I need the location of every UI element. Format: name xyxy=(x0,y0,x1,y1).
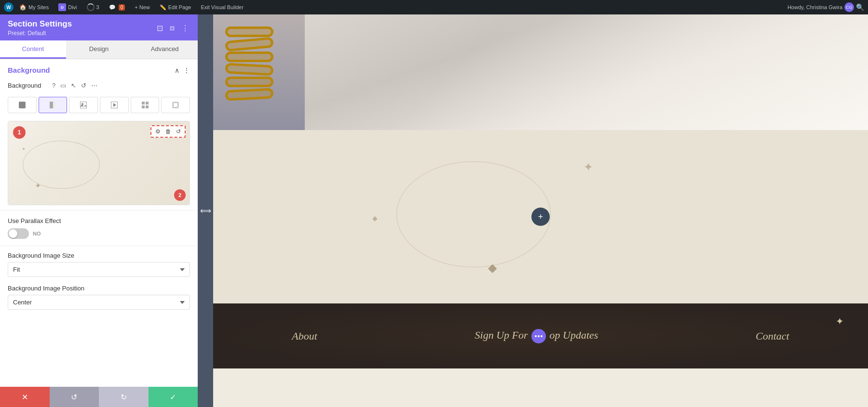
image-overlay-controls: ⚙ 🗑 ↺ xyxy=(150,125,186,138)
background-section-title: Background xyxy=(8,66,50,74)
footer-link-dots xyxy=(531,329,546,343)
spinner-item[interactable]: 3 xyxy=(83,0,103,14)
footer-signup-link[interactable]: Sign Up For op Updates xyxy=(475,329,598,343)
footer-contact-link[interactable]: Contact xyxy=(756,330,789,342)
page-section-mid: ✦ ◆ ◆ + xyxy=(213,130,868,303)
panel-title: Section Settings xyxy=(8,19,72,29)
img-size-select[interactable]: Fit Cover Actual Size Custom xyxy=(8,262,190,277)
divi-icon: D xyxy=(58,3,66,11)
tab-design[interactable]: Design xyxy=(66,40,132,59)
svg-rect-10 xyxy=(146,105,149,108)
avatar: CG xyxy=(844,2,854,12)
background-icons: ? ▭ ↖ ↺ ⋯ xyxy=(51,81,98,90)
main-layout: Section Settings Preset: Default ⊡ ⧈ ⋮ C… xyxy=(0,14,868,407)
preview-star: ✦ xyxy=(35,181,41,190)
bg-type-pattern[interactable] xyxy=(131,97,160,113)
svg-rect-0 xyxy=(19,102,26,108)
wordpress-icon[interactable]: W xyxy=(4,2,14,12)
page-content-area: ✦ ◆ ◆ + About Sign Up For op Updates Con… xyxy=(213,14,868,407)
my-sites-label: My Sites xyxy=(28,4,49,10)
mid-star: ✦ xyxy=(583,161,593,173)
bg-type-mask[interactable] xyxy=(161,97,190,113)
mid-diamond-2: ◆ xyxy=(488,261,497,275)
device-icon[interactable]: ▭ xyxy=(59,81,67,90)
tab-content[interactable]: Content xyxy=(0,40,66,59)
admin-bar: W 🏠 My Sites D Divi 3 💬 0 + New ✏️ Edit … xyxy=(0,0,868,14)
columns-icon[interactable]: ⧈ xyxy=(169,23,176,33)
collapse-button[interactable]: ∧ xyxy=(175,66,179,74)
footer-about-link[interactable]: About xyxy=(292,330,317,342)
preview-dot xyxy=(23,148,25,150)
background-section-header: Background ∧ ⋮ xyxy=(0,59,198,78)
parallax-label: Use Parallax Effect xyxy=(8,217,190,224)
resize-handle[interactable]: ⟺ xyxy=(198,14,213,407)
img-position-select[interactable]: Center Top Left Top Center Top Right Cen… xyxy=(8,295,190,310)
cancel-button[interactable]: ✕ xyxy=(0,387,50,407)
my-sites-menu[interactable]: 🏠 My Sites xyxy=(15,0,53,14)
new-button[interactable]: + New xyxy=(131,0,154,14)
badge-1: 1 xyxy=(13,126,26,139)
help-icon[interactable]: ? xyxy=(51,81,56,90)
howdy-text: Howdy, Christina Gwira xyxy=(787,4,842,10)
dot-1 xyxy=(535,335,537,337)
divider-1 xyxy=(0,210,198,210)
top-right-area xyxy=(305,14,868,130)
img-position-label: Background Image Position xyxy=(8,285,190,292)
more-bg-icon[interactable]: ⋯ xyxy=(90,81,98,90)
tab-advanced[interactable]: Advanced xyxy=(132,40,198,59)
footer-signup-text: Sign Up For xyxy=(475,329,528,341)
divider-2 xyxy=(0,246,198,246)
bg-type-buttons xyxy=(0,95,198,118)
save-button[interactable]: ✓ xyxy=(149,387,198,407)
chain-image-area xyxy=(213,14,305,130)
panel-preset: Preset: Default xyxy=(8,30,72,37)
new-label: + New xyxy=(135,4,150,10)
background-row: Background ? ▭ ↖ ↺ ⋯ xyxy=(0,78,198,95)
img-size-row: Background Image Size Fit Cover Actual S… xyxy=(0,248,198,281)
more-options-icon[interactable]: ⋮ xyxy=(180,23,190,34)
counter-label: 3 xyxy=(96,4,99,10)
settings-tabs: Content Design Advanced xyxy=(0,40,198,59)
delete-ctrl-icon[interactable]: 🗑 xyxy=(164,128,173,135)
parallax-toggle[interactable]: NO xyxy=(8,228,190,239)
svg-rect-7 xyxy=(142,102,145,105)
bg-type-image[interactable] xyxy=(69,97,98,113)
resize-icon: ⟺ xyxy=(200,206,211,215)
page-section-footer: About Sign Up For op Updates Contact ✦ xyxy=(213,303,868,368)
svg-rect-2 xyxy=(53,102,56,108)
search-icon[interactable]: 🔍 xyxy=(856,3,864,11)
edit-page-label: Edit Page xyxy=(168,4,191,10)
arrow-icon[interactable]: ↖ xyxy=(70,81,77,90)
redo-button[interactable]: ↻ xyxy=(99,387,149,407)
bg-type-color[interactable] xyxy=(8,97,37,113)
reset-button[interactable]: ↺ xyxy=(50,387,99,407)
svg-rect-8 xyxy=(146,102,149,105)
section-settings-panel: Section Settings Preset: Default ⊡ ⧈ ⋮ C… xyxy=(0,14,198,407)
svg-rect-9 xyxy=(142,105,145,108)
comment-icon: 💬 xyxy=(109,4,116,11)
edit-page-button[interactable]: ✏️ Edit Page xyxy=(156,0,195,14)
bg-type-video[interactable] xyxy=(100,97,129,113)
background-preview: ✦ 1 ⚙ 🗑 ↺ 2 xyxy=(8,121,190,205)
section-more-button[interactable]: ⋮ xyxy=(183,66,190,74)
toggle-no-label: NO xyxy=(33,231,41,236)
reset-icon: ↺ xyxy=(71,393,77,402)
settings-ctrl-icon[interactable]: ⚙ xyxy=(154,128,162,135)
divi-menu[interactable]: D Divi xyxy=(54,0,81,14)
exit-label: Exit Visual Builder xyxy=(201,4,243,10)
exit-visual-builder-button[interactable]: Exit Visual Builder xyxy=(197,0,247,14)
toggle-track[interactable] xyxy=(8,228,29,239)
reset-icon[interactable]: ↺ xyxy=(80,81,87,90)
bottom-bar: ✕ ↺ ↻ ✓ xyxy=(0,387,198,407)
reset-ctrl-icon[interactable]: ↺ xyxy=(175,128,182,135)
preview-shape xyxy=(23,141,100,189)
comment-count: 0 xyxy=(119,4,125,11)
cancel-icon: ✕ xyxy=(22,393,28,402)
dot-3 xyxy=(541,335,542,337)
add-section-button[interactable]: + xyxy=(531,208,550,226)
panel-header: Section Settings Preset: Default ⊡ ⧈ ⋮ xyxy=(0,14,198,40)
fullscreen-icon[interactable]: ⊡ xyxy=(156,23,164,34)
marble-overlay xyxy=(305,14,868,130)
comment-item[interactable]: 💬 0 xyxy=(105,0,129,14)
bg-type-gradient[interactable] xyxy=(39,97,68,113)
